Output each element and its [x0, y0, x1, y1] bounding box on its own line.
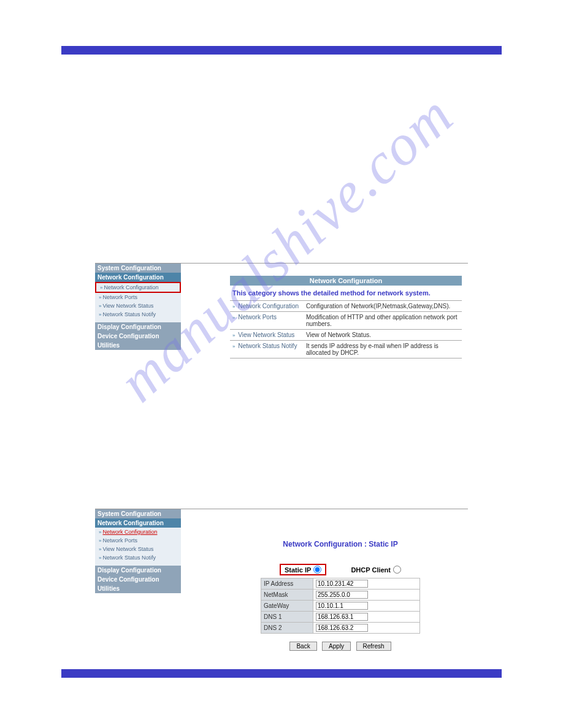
table-desc: View of Network Status. — [304, 330, 462, 341]
radio-dhcp-client[interactable]: DHCP Client — [351, 566, 401, 574]
back-button[interactable]: Back — [289, 642, 316, 651]
sidebar-item-view-status[interactable]: » View Network Status — [95, 545, 181, 553]
ip-address-input[interactable] — [316, 580, 368, 588]
chevron-icon: » — [99, 312, 101, 317]
sidebar-1: System Configuration Network Configurati… — [95, 264, 181, 368]
sidebar-item-label: Network Configuration — [104, 284, 158, 290]
netmask-input[interactable] — [316, 591, 368, 599]
table-desc: It sends IP address by e-mail when IP ad… — [304, 341, 462, 358]
apply-button[interactable]: Apply — [322, 642, 351, 651]
dns1-input[interactable] — [316, 613, 368, 621]
sidebar-2: System Configuration Network Configurati… — [95, 509, 181, 657]
table-row: » Network Ports Modification of HTTP and… — [230, 312, 462, 330]
sidebar-item-label: Network Ports — [102, 537, 137, 544]
dns2-input[interactable] — [316, 624, 368, 632]
chevron-icon: » — [99, 303, 101, 309]
content-subtitle: This category shows the detailed method … — [230, 286, 462, 300]
screenshot-1: System Configuration Network Configurati… — [95, 263, 468, 368]
sidebar-item-label: View Network Status — [102, 303, 153, 309]
refresh-button[interactable]: Refresh — [356, 642, 391, 651]
sidebar-item-network-ports[interactable]: » Network Ports — [95, 536, 181, 545]
dhcp-client-radio[interactable] — [393, 566, 401, 574]
chevron-icon: » — [100, 285, 102, 290]
sidebar-header-system[interactable]: System Configuration — [95, 509, 181, 518]
table-desc: Configuration of Network(IP,Netmask,Gate… — [304, 301, 462, 312]
chevron-icon: » — [99, 538, 101, 544]
gateway-input[interactable] — [316, 602, 368, 610]
sidebar-header-system[interactable]: System Configuration — [95, 264, 181, 273]
table-row: » Network Configuration Configuration of… — [230, 301, 462, 312]
chevron-icon: » — [99, 529, 101, 535]
content-title: Network Configuration — [230, 276, 462, 286]
chevron-icon: » — [99, 555, 101, 561]
sidebar-item-label: View Network Status — [102, 546, 153, 552]
radio-label: DHCP Client — [351, 566, 391, 574]
table-link[interactable]: » View Network Status — [230, 330, 304, 341]
sidebar-header-display[interactable]: Display Configuration — [95, 322, 181, 332]
sidebar-item-network-config[interactable]: » Network Configuration — [95, 282, 181, 293]
table-link[interactable]: » Network Status Notify — [230, 341, 304, 358]
table-row: DNS 2 — [261, 623, 420, 634]
table-row: DNS 1 — [261, 612, 420, 623]
table-row: NetMask — [261, 590, 420, 601]
screenshot-2: System Configuration Network Configurati… — [95, 509, 468, 657]
field-label: NetMask — [261, 590, 313, 601]
sidebar-item-label: Network Ports — [102, 294, 137, 300]
table-row: GateWay — [261, 601, 420, 612]
page-bottom-bar — [61, 669, 502, 678]
table-link[interactable]: » Network Configuration — [230, 301, 304, 312]
chevron-icon: » — [99, 547, 101, 552]
config-title: Network Configuration : Static IP — [261, 540, 420, 548]
field-label: DNS 1 — [261, 612, 313, 623]
sidebar-item-label: Network Configuration — [102, 529, 157, 535]
radio-static-ip[interactable]: Static IP — [280, 564, 326, 575]
sidebar-item-view-status[interactable]: » View Network Status — [95, 301, 181, 310]
table-row: IP Address — [261, 578, 420, 590]
field-label: IP Address — [261, 578, 313, 590]
sidebar-header-device[interactable]: Device Configuration — [95, 332, 181, 341]
table-desc: Modification of HTTP and other applicati… — [304, 312, 462, 330]
field-label: GateWay — [261, 601, 313, 612]
table-row: » View Network Status View of Network St… — [230, 330, 462, 341]
config-table: IP Address NetMask GateWay DNS 1 DNS 2 — [261, 578, 420, 634]
config-panel: Network Configuration : Static IP Static… — [181, 509, 426, 657]
sidebar-header-utilities[interactable]: Utilities — [95, 341, 181, 350]
sidebar-item-network-ports[interactable]: » Network Ports — [95, 293, 181, 301]
chevron-icon: » — [99, 295, 101, 300]
sidebar-header-network[interactable]: Network Configuration — [95, 273, 181, 282]
field-label: DNS 2 — [261, 623, 313, 634]
page-top-bar — [61, 46, 502, 55]
sidebar-header-display[interactable]: Display Configuration — [95, 566, 181, 575]
table-row: » Network Status Notify It sends IP addr… — [230, 341, 462, 358]
sidebar-item-network-config[interactable]: » Network Configuration — [95, 528, 181, 536]
radio-options: Static IP DHCP Client — [261, 564, 420, 575]
radio-label: Static IP — [285, 566, 311, 574]
sidebar-item-status-notify[interactable]: » Network Status Notify — [95, 553, 181, 562]
sidebar-item-status-notify[interactable]: » Network Status Notify — [95, 310, 181, 319]
sidebar-item-label: Network Status Notify — [102, 555, 156, 561]
button-row: Back Apply Refresh — [261, 640, 420, 651]
sidebar-header-utilities[interactable]: Utilities — [95, 584, 181, 593]
content-table: » Network Configuration Configuration of… — [230, 300, 462, 358]
static-ip-radio[interactable] — [313, 566, 321, 574]
sidebar-header-network[interactable]: Network Configuration — [95, 518, 181, 528]
sidebar-header-device[interactable]: Device Configuration — [95, 575, 181, 584]
sidebar-item-label: Network Status Notify — [102, 311, 156, 317]
table-link[interactable]: » Network Ports — [230, 312, 304, 330]
content-area-1: Network Configuration This category show… — [181, 264, 468, 368]
